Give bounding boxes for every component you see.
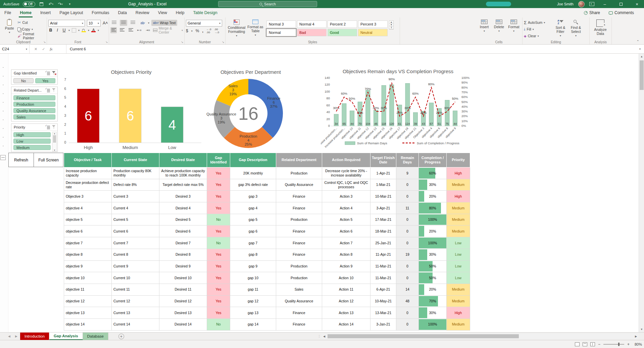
new-sheet-button[interactable]: + bbox=[118, 334, 124, 339]
col-header-target-finish-date[interactable]: Target Finish Date bbox=[370, 153, 396, 167]
zoom-out-icon[interactable]: − bbox=[598, 342, 600, 347]
horizontal-scrollbar[interactable]: ◀ ▶ bbox=[321, 334, 639, 339]
style-normal[interactable]: Normal bbox=[266, 29, 296, 36]
paste-button[interactable]: Paste▾ bbox=[1, 18, 17, 34]
align-bottom-icon[interactable] bbox=[129, 20, 137, 26]
search-input[interactable]: Search bbox=[218, 1, 317, 7]
vertical-scrollbar[interactable]: ▲ ▼ bbox=[639, 54, 644, 332]
slicer-scrollbar[interactable]: ▲▼ bbox=[52, 132, 57, 152]
table-row[interactable]: objective 10Current 10Desired 10Yesgap 1… bbox=[64, 272, 470, 284]
menu-tab-page-layout[interactable]: Page Layout bbox=[55, 8, 87, 17]
delete-cells-button[interactable]: Delete▾ bbox=[492, 18, 506, 33]
table-row[interactable]: objective 12Current 12Desired 12Yesgap 1… bbox=[64, 295, 470, 307]
col-header-current-state[interactable]: Current State bbox=[112, 153, 159, 167]
table-row[interactable]: objective 13Current 13Desired 13Yesgap 1… bbox=[64, 307, 470, 319]
style-normal-3[interactable]: Normal 3 bbox=[266, 20, 296, 28]
increase-decimal-icon[interactable]: ←.0.00 bbox=[206, 28, 211, 34]
table-row[interactable]: objective 7Current 7Desired 7Nogap 7Fina… bbox=[64, 237, 470, 249]
fill-button[interactable]: ⤓Fill▾ bbox=[524, 27, 553, 32]
objectives-per-department-chart[interactable]: Objectives Per DepartmentFinance637%Prod… bbox=[205, 57, 319, 152]
align-right-icon[interactable] bbox=[128, 27, 134, 33]
redo-icon[interactable]: ↷▾ bbox=[57, 1, 63, 7]
objectives-priority-chart[interactable]: Objectives Priority012345676High6Medium4… bbox=[59, 57, 204, 152]
insert-cells-button[interactable]: Insert▾ bbox=[477, 18, 492, 33]
cancel-icon[interactable]: ✕ bbox=[34, 47, 37, 51]
user-name[interactable]: Joe Smith bbox=[557, 2, 574, 6]
slicer-item-high[interactable]: High bbox=[13, 132, 51, 137]
table-row[interactable]: objective 9Current 9Desired 9Yesgap 9Pro… bbox=[64, 260, 470, 272]
decrease-decimal-icon[interactable]: .00→.0 bbox=[214, 28, 219, 34]
table-row[interactable]: objective 5Current 5Desired 5Nogap 5Prod… bbox=[64, 214, 470, 226]
font-color-icon[interactable]: A bbox=[91, 28, 96, 32]
refresh-button[interactable]: Refresh bbox=[8, 153, 34, 167]
formula-input[interactable]: Current 6 bbox=[66, 45, 636, 53]
increase-indent-icon[interactable]: ⇥≡ bbox=[145, 27, 151, 33]
number-dialog-launcher[interactable]: ↘ bbox=[222, 41, 224, 44]
font-family-select[interactable]: Arial▾ bbox=[48, 20, 85, 27]
gap-analysis-table[interactable]: Objective / TaskCurrent StateDesired Sta… bbox=[64, 153, 470, 331]
table-row[interactable]: Objective 3Current 3Desired 3Yesgap 3Fin… bbox=[64, 191, 470, 202]
avatar[interactable] bbox=[578, 1, 585, 7]
cut-button[interactable]: ✂Cut bbox=[17, 20, 45, 25]
analyze-data-button[interactable]: Analyze Data bbox=[591, 18, 610, 36]
menu-tab-home[interactable]: Home bbox=[15, 8, 36, 17]
col-header-related-department[interactable]: Related Department bbox=[276, 153, 322, 167]
slicer-item-low[interactable]: Low bbox=[13, 139, 51, 144]
minimize-button[interactable]: – bbox=[599, 0, 610, 8]
align-center-icon[interactable] bbox=[119, 27, 125, 33]
undo-icon[interactable]: ↶▾ bbox=[48, 1, 54, 7]
slicer-related-depart-[interactable]: Related Depart...FinanceProductionQualit… bbox=[11, 87, 58, 121]
increase-font-icon[interactable]: A˄ bbox=[103, 21, 107, 26]
prev-sheet-icon[interactable]: ◀ bbox=[8, 335, 10, 338]
col-header-action-required[interactable]: Action Required bbox=[322, 153, 370, 167]
save-icon[interactable] bbox=[39, 1, 45, 7]
table-row[interactable]: Increase production capacityProduction c… bbox=[64, 167, 470, 179]
slicer-priority[interactable]: PriorityHighLowMedium▲▼ bbox=[11, 123, 58, 152]
find-select-button[interactable]: Find & Select▾ bbox=[568, 18, 584, 37]
style-bad[interactable]: Bad bbox=[297, 29, 327, 36]
ribbon-display-options-icon[interactable] bbox=[589, 2, 594, 6]
format-cells-button[interactable]: Format▾ bbox=[506, 18, 521, 33]
slicer-item-quality-assurance[interactable]: Quality Assurance bbox=[13, 108, 55, 113]
slicer-item-yes[interactable]: Yes bbox=[35, 78, 55, 83]
col-header-desired-state[interactable]: Desired State bbox=[159, 153, 207, 167]
tab-splitter[interactable]: ⁞ bbox=[319, 333, 320, 340]
menu-tab-review[interactable]: Review bbox=[131, 8, 154, 17]
multi-select-icon[interactable] bbox=[46, 89, 50, 92]
col-header-remain-days[interactable]: Remain Days bbox=[396, 153, 419, 167]
sheet-tab-database[interactable]: Database bbox=[83, 333, 108, 340]
slicer-item-no[interactable]: No bbox=[13, 78, 34, 83]
scroll-down-icon[interactable]: ▼ bbox=[639, 327, 644, 332]
zoom-slider[interactable] bbox=[603, 344, 624, 345]
autosum-button[interactable]: ΣAutoSum▾ bbox=[524, 20, 553, 25]
table-row[interactable]: objective 11Current 11Desired 11Yesgap 1… bbox=[64, 284, 470, 295]
multi-select-icon[interactable] bbox=[46, 126, 50, 129]
next-sheet-icon[interactable]: ▶ bbox=[15, 335, 17, 338]
orientation-icon[interactable]: ab̷ bbox=[139, 20, 146, 26]
sheet-tab-introduction[interactable]: Introduction bbox=[20, 333, 49, 340]
merge-center-button[interactable]: Merge & Center▾ bbox=[153, 28, 183, 33]
enter-icon[interactable]: ✓ bbox=[42, 47, 45, 51]
fill-color-icon[interactable]: ⛫ bbox=[82, 29, 86, 32]
clipboard-dialog-launcher[interactable]: ↘ bbox=[43, 41, 46, 44]
col-header-priority[interactable]: Priority bbox=[447, 153, 470, 167]
conditional-formatting-button[interactable]: Conditional Formatting▾ bbox=[227, 18, 246, 37]
autosave-toggle[interactable]: Off bbox=[23, 2, 35, 7]
multi-select-icon[interactable] bbox=[46, 71, 50, 75]
comments-button[interactable]: Comments bbox=[609, 10, 634, 15]
share-button[interactable]: Share bbox=[584, 10, 600, 15]
menu-tab-view[interactable]: View bbox=[154, 8, 171, 17]
align-top-icon[interactable] bbox=[110, 20, 118, 26]
italic-button[interactable]: I bbox=[55, 28, 60, 33]
table-row[interactable]: Decrease production defect rateDefect ra… bbox=[64, 179, 470, 191]
insert-function-icon[interactable]: fx bbox=[50, 47, 52, 51]
menu-tab-insert[interactable]: Insert bbox=[36, 8, 55, 17]
sheet-tab-gap-analysis[interactable]: Gap Analysis bbox=[49, 333, 83, 340]
decrease-indent-icon[interactable]: ⇤≡ bbox=[136, 27, 142, 33]
font-size-select[interactable]: 10▾ bbox=[87, 20, 101, 27]
table-row[interactable]: objective 6Current 6Desired 6Yesgap 6Fin… bbox=[64, 226, 470, 237]
scroll-left-icon[interactable]: ◀ bbox=[321, 335, 327, 338]
underline-button[interactable]: U bbox=[62, 28, 66, 33]
menu-tab-formulas[interactable]: Formulas bbox=[87, 8, 113, 17]
customize-toolbar-icon[interactable]: ▾ bbox=[67, 1, 73, 7]
